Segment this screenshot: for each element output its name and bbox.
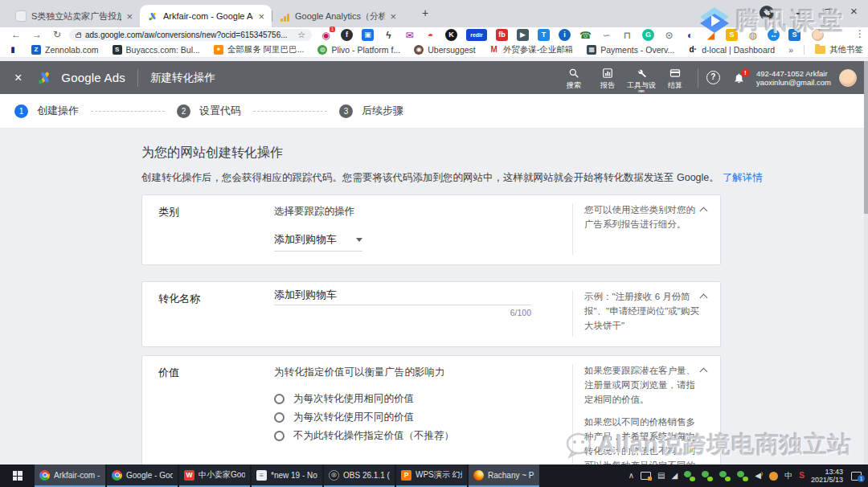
s-blue-ext-icon[interactable]: S	[788, 29, 800, 41]
bookmark-item[interactable]: SBuyaccs.com: Bul...	[113, 45, 200, 55]
bookmark-item[interactable]: M外贸参谋-企业邮箱	[489, 44, 574, 55]
stepper-step-3[interactable]: 3后续步骤	[339, 104, 403, 118]
taskbar-app-firefox[interactable]: Rachany ~ Pref...	[469, 464, 539, 487]
redirect-ext-icon[interactable]: redir	[466, 29, 487, 41]
tray-wechat-2-icon[interactable]	[702, 471, 713, 481]
browser-profile-avatar[interactable]	[812, 29, 824, 41]
chevron-down-icon	[356, 238, 362, 242]
pokeball-ext-icon[interactable]: ◓	[424, 29, 436, 41]
stepper-step-2[interactable]: 2设置代码	[177, 104, 241, 118]
bookmark-item[interactable]: ◉Ubersuggest	[414, 45, 476, 55]
other-bookmarks-button[interactable]: 其他书签	[815, 44, 863, 55]
loop-ext-icon[interactable]: ∽	[600, 29, 612, 41]
browser-menu-icon[interactable]: ⋮	[855, 28, 865, 39]
stepper-step-1[interactable]: 1创建操作	[14, 104, 79, 118]
taskbar-app-wps-doc[interactable]: W中小卖家Google...	[179, 464, 250, 487]
browser-tab[interactable]: Google Analytics（分析）×	[272, 5, 403, 27]
tray-wechat-3-icon[interactable]	[719, 471, 731, 481]
facebook-round-ext-icon[interactable]: f	[341, 29, 353, 41]
mail-ext-icon[interactable]: ✉	[403, 29, 416, 41]
window-minimize-button[interactable]	[795, 13, 803, 14]
account-info[interactable]: 492-447-1052 Arkfair yaoxinlun@gmail.com	[756, 69, 831, 87]
tff-blue-ext-icon[interactable]: T	[538, 29, 550, 41]
url-text[interactable]: ads.google.com/aw/conversions/new?ocid=6…	[85, 31, 293, 39]
tab-close-icon[interactable]: ×	[258, 11, 264, 22]
reload-button[interactable]: ↻	[53, 29, 61, 40]
bookmark-item[interactable]: d·d-local | Dashboard	[688, 45, 775, 55]
tray-network-icon[interactable]: ◢	[671, 472, 678, 480]
ssl-lock-icon	[76, 34, 81, 38]
tray-ime-zh-icon[interactable]: 中	[784, 472, 792, 480]
radio-option-2[interactable]: 为每次转化使用不同的价值	[274, 408, 544, 427]
bookmarks-overflow-chevron[interactable]: »	[788, 45, 793, 55]
start-button[interactable]	[0, 464, 35, 487]
help-icon[interactable]: ?	[706, 71, 720, 84]
cookie-ext-icon[interactable]: ◍	[747, 29, 759, 41]
back-button[interactable]: ←	[11, 29, 21, 40]
capture-ext-icon[interactable]: ▶	[517, 29, 529, 41]
address-bar[interactable]: ads.google.com/aw/conversions/new?ocid=6…	[69, 29, 312, 41]
tray-wechat-1-icon[interactable]	[684, 471, 695, 481]
tray-volume-icon[interactable]: ◀⁾	[755, 472, 763, 480]
taskbar-app-chrome-arkfair[interactable]: Arkfair-com - G...	[35, 464, 105, 487]
browser-tab[interactable]: S类独立站卖家广告投放课程×	[8, 5, 140, 27]
tray-sogou-icon[interactable]: S	[799, 472, 805, 480]
magnifier-ext-icon[interactable]: ⊙	[663, 29, 675, 41]
fb-red-ext-icon[interactable]: fb	[496, 29, 508, 41]
tab-close-icon[interactable]: ×	[126, 11, 133, 22]
page-scrollbar[interactable]	[864, 61, 868, 464]
screen-record-overlay-icon[interactable]	[760, 6, 774, 20]
bookmark-item[interactable]: ▮	[8, 45, 18, 55]
notifications-bell-icon[interactable]: !	[733, 72, 745, 84]
k-circle-ext-icon[interactable]: K	[445, 29, 457, 41]
page-content: 为您的网站创建转化操作 创建转化操作后，您会获得相应的跟踪代码。您需要将该代码添…	[0, 129, 868, 464]
bookmark-item[interactable]: ZZennolab.com	[31, 45, 99, 55]
wps-presentation-icon: P	[401, 470, 411, 481]
tray-wechat-4-icon[interactable]	[737, 471, 748, 481]
category-label: 类别	[158, 205, 179, 219]
bookmark-item[interactable]: ✦全部服务 阿里巴巴...	[214, 44, 305, 55]
tray-expand-icon[interactable]: ∧	[628, 472, 634, 480]
radio-option-3[interactable]: 不为此转化操作指定价值（不推荐）	[274, 427, 544, 445]
taskbar-app-wps-slides[interactable]: PWPS演示 幻灯片...	[396, 464, 467, 487]
category-dropdown[interactable]: 添加到购物车	[274, 232, 362, 252]
nav-billing[interactable]: 结算	[659, 63, 691, 92]
window-maximize-button[interactable]	[825, 9, 833, 16]
tab-close-icon[interactable]: ×	[390, 11, 396, 22]
blue-square-ext-icon[interactable]: ▣	[362, 29, 374, 41]
carrot-ext-icon[interactable]: ◢	[705, 29, 717, 41]
taskbar-app-notepad[interactable]: ≡*new 19 - Note...	[252, 464, 322, 487]
browser-tab[interactable]: Arkfair-com - Google Ads×	[140, 5, 272, 27]
scale-ext-icon[interactable]: ⊓	[621, 29, 633, 41]
new-tab-button[interactable]: +	[418, 6, 432, 21]
tray-qq-icon[interactable]	[769, 472, 778, 481]
nav-search[interactable]: 搜索	[558, 63, 590, 92]
share-ext-icon[interactable]: ◉1	[320, 29, 332, 41]
action-center-icon[interactable]: 1	[851, 472, 862, 481]
account-avatar[interactable]	[839, 69, 857, 87]
globe-ext-icon[interactable]: ◐	[684, 29, 696, 41]
tray-cast-display-icon[interactable]	[641, 472, 651, 480]
chat-faces-ext-icon[interactable]: ‥	[768, 29, 780, 41]
grammarly-ext-icon[interactable]: G	[642, 29, 654, 41]
phone-ext-icon[interactable]: ☎	[579, 29, 592, 41]
nav-reports[interactable]: 报告	[592, 63, 624, 92]
learn-more-link[interactable]: 了解详情	[723, 172, 763, 183]
ads-close-button[interactable]: ×	[14, 72, 22, 84]
tray-touch-keyboard-icon[interactable]: ▤	[657, 472, 665, 480]
taskbar-clock[interactable]: 13:43 2021/5/13	[811, 468, 843, 484]
bookmark-item[interactable]: ▦Payments - Overv...	[587, 45, 674, 55]
bookmark-star-icon[interactable]: ☆	[297, 30, 305, 40]
radio-option-1[interactable]: 为每次转化使用相同的价值	[274, 390, 544, 408]
taskbar-app-chrome-google[interactable]: Google - Googl...	[107, 464, 178, 487]
nav-tools[interactable]: 工具与设置	[625, 63, 657, 92]
info-ext-icon[interactable]: i	[559, 29, 571, 41]
scrollbar-thumb[interactable]	[864, 61, 868, 214]
taskbar-app-obs[interactable]: ◎OBS 26.1.1 (64-...	[324, 464, 395, 487]
conversion-name-input[interactable]	[274, 289, 531, 305]
window-close-button[interactable]: ×	[850, 4, 858, 18]
lightning-ext-icon[interactable]: ϟ	[383, 29, 395, 41]
s-yellow-ext-icon[interactable]: S	[726, 29, 738, 41]
forward-button[interactable]: →	[32, 29, 42, 40]
bookmark-item[interactable]: ◍Plivo - Platform f...	[317, 45, 400, 55]
